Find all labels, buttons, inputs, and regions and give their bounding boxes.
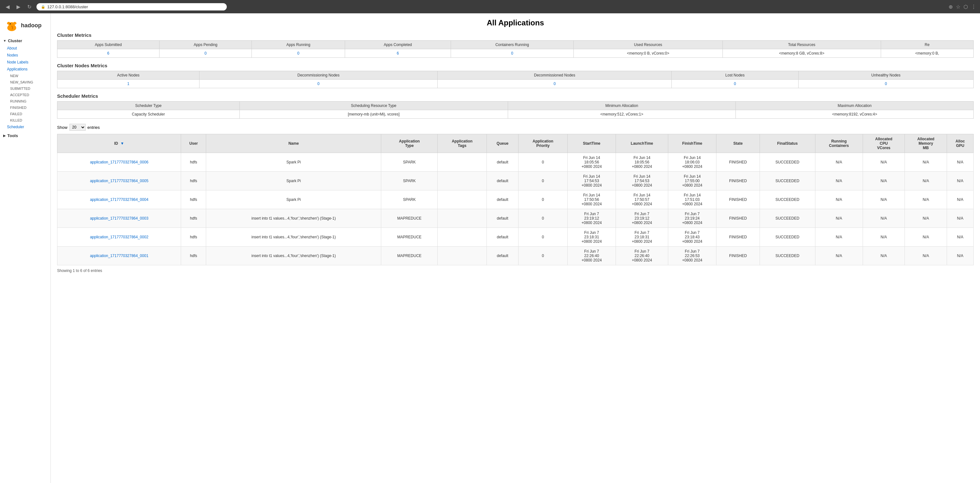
sidebar-cluster-header[interactable]: ▼ Cluster xyxy=(0,37,51,45)
hadoop-logo-text: hadoop xyxy=(21,22,41,29)
val-decommissioning-nodes: 0 xyxy=(199,80,438,88)
sidebar-item-new-saving[interactable]: NEW_SAVING xyxy=(0,79,51,85)
table-cell: 0 xyxy=(518,247,567,265)
col-scheduler-type: Scheduler Type xyxy=(57,102,240,110)
col-allocated-cpu: AllocatedCPUVCores xyxy=(863,134,905,153)
val-active-nodes: 1 xyxy=(57,80,199,88)
table-cell xyxy=(438,228,487,247)
table-cell: Fri Jun 723:18:31+0800 2024 xyxy=(616,228,668,247)
table-row: application_1717770327864_0004hdfsSpark … xyxy=(57,190,974,209)
hadoop-elephant-logo xyxy=(4,19,20,32)
page-title: All Applications xyxy=(57,18,974,27)
col-state: State xyxy=(716,134,760,153)
app-id-link[interactable]: application_1717770327864_0003 xyxy=(90,216,148,220)
table-cell: N/A xyxy=(905,190,947,209)
table-cell: Fri Jun 723:19:24+0800 2024 xyxy=(668,209,716,228)
val-scheduling-resource-type: [memory-mb (unit=Mi), vcores] xyxy=(239,110,508,119)
scheduler-metrics-table: Scheduler Type Scheduling Resource Type … xyxy=(57,101,974,119)
col-containers-running: Containers Running xyxy=(451,41,573,49)
table-cell: default xyxy=(487,247,519,265)
app-id-link[interactable]: application_1717770327864_0001 xyxy=(90,253,148,258)
table-row: application_1717770327864_0003hdfsinsert… xyxy=(57,209,974,228)
col-minimum-allocation: Minimum Allocation xyxy=(508,102,736,110)
col-lost-nodes: Lost Nodes xyxy=(672,71,798,80)
sidebar-item-finished[interactable]: FINISHED xyxy=(0,104,51,111)
table-cell: hdfs xyxy=(181,172,206,190)
address-bar[interactable]: 🔒 127.0.0.1:8088/cluster xyxy=(37,3,227,11)
table-row: application_1717770327864_0005hdfsSpark … xyxy=(57,172,974,190)
entries-select[interactable]: 10 20 50 100 xyxy=(70,124,86,131)
sidebar-item-running[interactable]: RUNNING xyxy=(0,98,51,104)
table-cell: N/A xyxy=(947,247,974,265)
table-row: application_1717770327864_0001hdfsinsert… xyxy=(57,247,974,265)
table-cell: application_1717770327864_0006 xyxy=(57,153,181,172)
sidebar-item-about[interactable]: About xyxy=(0,45,51,52)
sidebar-tools-header[interactable]: ▶ Tools xyxy=(0,132,51,140)
col-apps-running: Apps Running xyxy=(252,41,345,49)
sidebar-item-killed[interactable]: KILLED xyxy=(0,117,51,123)
table-cell: Spark Pi xyxy=(206,190,381,209)
table-cell: N/A xyxy=(947,190,974,209)
table-cell: SUCCEEDED xyxy=(760,190,815,209)
sidebar: hadoop ▼ Cluster About Nodes Node Labels… xyxy=(0,13,51,483)
reload-button[interactable]: ↻ xyxy=(25,3,33,11)
sidebar-item-applications[interactable]: Applications xyxy=(0,66,51,73)
sidebar-item-scheduler[interactable]: Scheduler xyxy=(0,123,51,131)
val-apps-running: 0 xyxy=(252,49,345,58)
app-id-link[interactable]: application_1717770327864_0006 xyxy=(90,160,148,164)
table-cell: hdfs xyxy=(181,228,206,247)
table-cell: Fri Jun 1418:06:03+0800 2024 xyxy=(668,153,716,172)
col-name: Name xyxy=(206,134,381,153)
cluster-metrics-title: Cluster Metrics xyxy=(57,32,974,38)
table-cell: N/A xyxy=(815,228,863,247)
extensions-icon[interactable]: ⬡ xyxy=(964,4,968,10)
table-cell: SUCCEEDED xyxy=(760,209,815,228)
tools-label: Tools xyxy=(7,133,18,138)
table-cell: N/A xyxy=(905,228,947,247)
sidebar-item-failed[interactable]: FAILED xyxy=(0,111,51,117)
col-apps-pending: Apps Pending xyxy=(159,41,252,49)
table-cell: Fri Jun 1417:51:03+0800 2024 xyxy=(668,190,716,209)
table-cell: N/A xyxy=(947,172,974,190)
sidebar-item-submitted[interactable]: SUBMITTED xyxy=(0,85,51,92)
val-apps-pending: 0 xyxy=(159,49,252,58)
forward-button[interactable]: ▶ xyxy=(14,3,22,11)
col-reserved: Re xyxy=(881,41,973,49)
svg-point-3 xyxy=(13,26,16,29)
cluster-nodes-metrics-title: Cluster Nodes Metrics xyxy=(57,63,974,68)
applications-table: ID ▼ User Name ApplicationType Applicati… xyxy=(57,134,974,265)
sidebar-item-node-labels[interactable]: Node Labels xyxy=(0,59,51,66)
table-cell xyxy=(438,209,487,228)
val-containers-running: 0 xyxy=(451,49,573,58)
table-cell: FINISHED xyxy=(716,228,760,247)
bookmark-icon[interactable]: ☆ xyxy=(956,4,960,10)
col-id[interactable]: ID ▼ xyxy=(57,134,181,153)
col-application-priority: ApplicationPriority xyxy=(518,134,567,153)
sidebar-item-accepted[interactable]: ACCEPTED xyxy=(0,92,51,98)
sidebar-item-new[interactable]: NEW xyxy=(0,73,51,79)
col-maximum-allocation: Maximum Allocation xyxy=(736,102,974,110)
cluster-arrow: ▼ xyxy=(3,39,6,43)
zoom-icon[interactable]: ⊕ xyxy=(948,4,953,10)
table-cell: hdfs xyxy=(181,153,206,172)
app-id-link[interactable]: application_1717770327864_0005 xyxy=(90,179,148,183)
table-cell: Fri Jun 1417:54:53+0800 2024 xyxy=(567,172,616,190)
col-unhealthy-nodes: Unhealthy Nodes xyxy=(798,71,973,80)
menu-icon[interactable]: ⋮ xyxy=(971,4,976,10)
val-apps-completed: 6 xyxy=(345,49,451,58)
back-button[interactable]: ◀ xyxy=(4,3,11,11)
val-lost-nodes: 0 xyxy=(672,80,798,88)
table-cell: Fri Jun 722:26:40+0800 2024 xyxy=(616,247,668,265)
table-cell: FINISHED xyxy=(716,190,760,209)
table-cell: N/A xyxy=(815,153,863,172)
cluster-label: Cluster xyxy=(8,38,22,43)
app-id-link[interactable]: application_1717770327864_0002 xyxy=(90,235,148,239)
table-cell: Fri Jun 1418:05:56+0800 2024 xyxy=(567,153,616,172)
table-cell: application_1717770327864_0002 xyxy=(57,228,181,247)
table-cell: SPARK xyxy=(381,190,438,209)
app-id-link[interactable]: application_1717770327864_0004 xyxy=(90,198,148,202)
table-cell: 0 xyxy=(518,190,567,209)
scheduler-metrics-title: Scheduler Metrics xyxy=(57,93,974,99)
table-cell: Fri Jun 1417:50:57+0800 2024 xyxy=(616,190,668,209)
sidebar-item-nodes[interactable]: Nodes xyxy=(0,52,51,59)
